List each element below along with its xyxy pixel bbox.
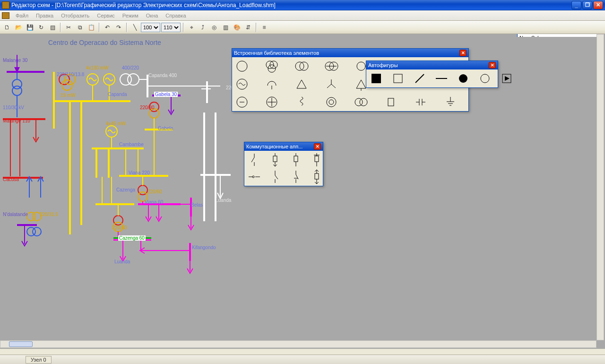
trafo2b-icon[interactable] xyxy=(323,59,339,73)
svg-point-106 xyxy=(327,97,336,107)
circle-icon[interactable] xyxy=(234,59,250,73)
cut-button[interactable]: ✂ xyxy=(63,22,74,33)
ground-icon[interactable] xyxy=(442,95,458,109)
label-220-110: 220/110/13.8 xyxy=(57,72,84,77)
svg-rect-33 xyxy=(206,81,208,103)
save-button[interactable]: 💾 xyxy=(25,22,35,33)
svg-point-109 xyxy=(360,98,367,106)
label-220-31: 220/31.5 xyxy=(40,212,58,217)
label-malange110: Malange 110 xyxy=(3,118,30,123)
workspace: Все схемы ✕ New Scheme New Scheme Capand… xyxy=(0,34,605,349)
switching-close[interactable]: ✕ xyxy=(314,143,321,150)
menu-view[interactable]: Отобразить xyxy=(58,12,93,19)
hline-icon[interactable] xyxy=(433,71,449,86)
diag-line-icon[interactable] xyxy=(412,71,428,86)
delta-icon[interactable] xyxy=(294,77,310,91)
horizontal-scrollbar[interactable] xyxy=(0,340,596,348)
svg-marker-98 xyxy=(356,80,366,88)
cross-circle-icon[interactable] xyxy=(264,95,280,109)
menu-mode[interactable]: Режим xyxy=(119,12,142,19)
refresh-button[interactable]: ↻ xyxy=(36,22,46,33)
label-viana60: Viana 60 xyxy=(145,199,163,205)
minimize-button[interactable]: _ xyxy=(571,1,581,9)
switch6-icon[interactable] xyxy=(267,170,283,184)
paste-button[interactable]: 📋 xyxy=(86,22,96,33)
menu-edit[interactable]: Правка xyxy=(33,12,57,19)
svg-rect-75 xyxy=(189,243,191,261)
palette-button[interactable]: 🎨 xyxy=(232,22,242,33)
capacitor-icon[interactable] xyxy=(413,95,429,109)
box-icon[interactable] xyxy=(383,95,399,109)
star-icon[interactable] xyxy=(323,77,339,91)
filled-circle-icon[interactable] xyxy=(455,71,471,86)
svg-rect-30 xyxy=(147,75,148,97)
ct-icon[interactable] xyxy=(323,95,339,109)
svg-rect-77 xyxy=(200,174,231,176)
switch7-icon[interactable] xyxy=(288,170,304,184)
zoom-1[interactable]: 100 xyxy=(141,23,160,32)
switch2-icon[interactable] xyxy=(267,153,283,167)
menu-help[interactable]: Справка xyxy=(162,12,189,19)
doublecircle-icon[interactable] xyxy=(353,95,369,109)
maximize-button[interactable]: ❐ xyxy=(582,1,592,9)
gen-icon[interactable] xyxy=(234,77,250,91)
switch-tool[interactable]: ⤴ xyxy=(198,22,208,33)
autoshapes-palette[interactable]: Автофигуры ✕ xyxy=(366,61,498,88)
label-cambambe: Cambambe xyxy=(119,142,144,147)
svg-point-88 xyxy=(357,62,365,70)
switching-palette[interactable]: Коммутационные апп... ✕ xyxy=(244,142,323,186)
play-icon[interactable] xyxy=(499,71,515,86)
switch4-icon[interactable] xyxy=(309,153,325,167)
svg-point-141 xyxy=(252,176,254,178)
switch5-icon[interactable] xyxy=(246,170,262,184)
menu-windows[interactable]: Окна xyxy=(143,12,162,19)
label-110-30: 110/30 kV xyxy=(3,105,24,110)
svg-point-29 xyxy=(128,74,139,85)
svg-rect-20 xyxy=(53,100,130,102)
autoshapes-title: Автофигуры xyxy=(368,62,398,68)
circle-outline-icon[interactable] xyxy=(477,71,493,86)
menu-service[interactable]: Сервис xyxy=(94,12,118,19)
square-icon[interactable] xyxy=(390,71,406,86)
vertical-scrollbar[interactable] xyxy=(596,34,604,340)
trafo2-icon[interactable] xyxy=(294,59,310,73)
line-tool[interactable]: ╲ xyxy=(130,22,140,33)
undo-button[interactable]: ↶ xyxy=(102,22,112,33)
label-4x45: 4x45 mW xyxy=(106,121,126,126)
sc-icon[interactable] xyxy=(264,77,280,91)
properties-button[interactable]: ▤ xyxy=(47,22,58,33)
zoom-2[interactable]: 110 xyxy=(161,23,181,32)
svg-rect-131 xyxy=(273,156,277,162)
transformer-tool[interactable]: ◎ xyxy=(209,22,219,33)
new-button[interactable]: 🗋 xyxy=(2,22,12,33)
library-close[interactable]: ✕ xyxy=(459,50,467,56)
svg-point-39 xyxy=(149,109,159,118)
filled-square-icon[interactable] xyxy=(368,71,384,86)
autoshapes-close[interactable]: ✕ xyxy=(489,62,496,69)
open-button[interactable]: 📂 xyxy=(13,22,24,33)
snap-button[interactable]: ⌖ xyxy=(186,22,197,33)
copy-button[interactable]: ⧉ xyxy=(75,22,85,33)
redo-button[interactable]: ↷ xyxy=(113,22,124,33)
reactor-icon[interactable] xyxy=(294,95,310,109)
app-icon xyxy=(2,1,9,9)
label-gabela30: Gabela 30 xyxy=(154,92,178,97)
svg-line-121 xyxy=(415,74,424,83)
svg-rect-44 xyxy=(92,147,144,149)
switch8-icon[interactable] xyxy=(309,170,325,184)
list-button[interactable]: ≡ xyxy=(259,22,269,33)
svg-line-96 xyxy=(327,84,331,88)
layer-button[interactable]: ▥ xyxy=(220,22,231,33)
svg-point-124 xyxy=(481,74,489,83)
motor-icon[interactable] xyxy=(234,95,250,109)
window-title: Редактор схем - [D:\Torent\Графический р… xyxy=(11,2,571,9)
switch3-icon[interactable] xyxy=(288,153,304,167)
label-ndalatande: N'dalatande xyxy=(3,212,28,217)
svg-point-3 xyxy=(12,86,22,95)
switch1-icon[interactable] xyxy=(246,153,262,167)
trafo3-icon[interactable] xyxy=(264,59,280,73)
close-button[interactable]: ✕ xyxy=(593,1,603,9)
menu-file[interactable]: Файл xyxy=(12,12,32,19)
align-button[interactable]: ⇵ xyxy=(243,22,253,33)
label-220-30: 220/30 xyxy=(140,105,155,110)
